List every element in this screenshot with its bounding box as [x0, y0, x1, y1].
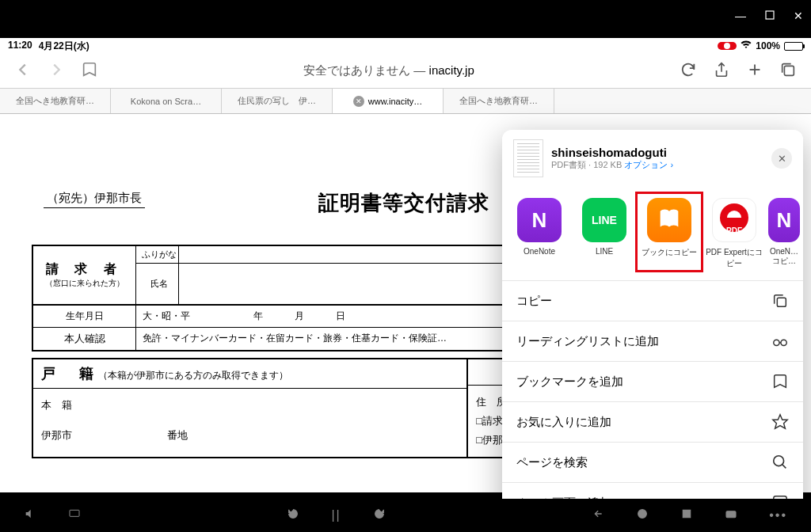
close-button[interactable]: ✕ — [794, 10, 803, 22]
id-check-label: 本人確認 — [33, 328, 136, 350]
share-app-onenote2[interactable]: NOneN…コピ… — [768, 198, 800, 269]
url-domain: inacity.jp — [429, 63, 474, 77]
search-icon — [771, 454, 789, 471]
line-icon: LINE — [582, 198, 626, 242]
tab-0[interactable]: 全国へき地教育研… — [0, 89, 111, 113]
city-label: 伊那市 — [41, 428, 72, 443]
svg-point-7 — [774, 340, 779, 345]
book-icon — [771, 373, 789, 390]
url-security-label: 安全ではありません — — [303, 63, 428, 77]
svg-rect-6 — [777, 298, 786, 306]
share-header: shinseishomadoguti PDF書類 · 192 KB オプション … — [502, 130, 803, 187]
glasses-icon — [771, 332, 789, 350]
share-options-link[interactable]: オプション › — [624, 160, 673, 169]
svg-rect-0 — [766, 11, 774, 19]
share-app-pdfexpert[interactable]: PDFPDF Expertにコピー — [703, 198, 765, 269]
koseki-title: 戸 籍 — [41, 366, 98, 382]
device-screen: 11:20 4月22日(水) 100% 安全ではありません — inacity.… — [0, 38, 811, 492]
honseki-label: 本 籍 — [41, 398, 459, 412]
copy-icon — [771, 292, 789, 310]
svg-marker-10 — [773, 415, 787, 428]
name-label: 氏名 — [139, 264, 179, 304]
reload-button[interactable] — [680, 61, 697, 82]
books-icon — [647, 198, 691, 242]
share-fileinfo: PDF書類 · 192 KB オプション › — [551, 159, 673, 171]
svg-point-8 — [781, 340, 786, 345]
action-reading-list[interactable]: リーディングリストに追加 — [502, 321, 803, 362]
screen-icon[interactable] — [68, 507, 81, 523]
action-copy[interactable]: コピー — [502, 281, 803, 321]
share-app-books[interactable]: ブックにコピー — [638, 198, 700, 269]
svg-point-17 — [638, 510, 647, 519]
rotate-left-icon[interactable] — [287, 507, 299, 523]
onenote-icon: N — [768, 198, 800, 242]
camera-icon[interactable] — [725, 507, 737, 523]
koseki-note: （本籍が伊那市にある方のみ取得できます） — [98, 370, 288, 381]
svg-rect-18 — [683, 510, 691, 517]
share-filename: shinseishomadoguti — [551, 146, 673, 159]
requester-label: 請 求 者 — [46, 261, 123, 278]
rotate-right-icon[interactable] — [373, 507, 386, 523]
tabs-button[interactable] — [779, 61, 797, 82]
status-date: 4月22日(水) — [39, 40, 89, 53]
svg-rect-3 — [784, 66, 794, 75]
back-button[interactable] — [14, 61, 32, 82]
minimize-button[interactable]: — — [735, 10, 746, 22]
safari-toolbar: 安全ではありません — inacity.jp — [0, 54, 811, 89]
share-button[interactable] — [713, 61, 730, 82]
pdfexpert-icon: PDF — [712, 198, 756, 242]
dob-label: 生年月日 — [33, 306, 136, 327]
action-find[interactable]: ページを検索 — [502, 443, 803, 483]
bookmarks-button[interactable] — [81, 61, 98, 82]
svg-point-11 — [774, 456, 784, 466]
svg-rect-16 — [70, 510, 79, 516]
new-tab-button[interactable] — [746, 61, 763, 82]
furigana-label: ふりがな — [139, 246, 179, 263]
battery-percent: 100% — [756, 40, 780, 51]
tab-bar: 全国へき地教育研… Kokona on Scra… 住民票の写し 伊… ✕www… — [0, 89, 811, 114]
more-icon[interactable]: ••• — [769, 508, 787, 522]
tab-3-active[interactable]: ✕www.inacity… — [333, 89, 444, 113]
simulator-titlebar: — ✕ — [0, 0, 811, 32]
tab-4[interactable]: 全国へき地教育研… — [444, 89, 554, 113]
status-time: 11:20 — [8, 40, 32, 53]
action-bookmark[interactable]: ブックマークを追加 — [502, 362, 803, 402]
tab-2[interactable]: 住民票の写し 伊… — [222, 89, 333, 113]
file-thumbnail-icon — [513, 139, 543, 177]
banchi-label: 番地 — [167, 428, 188, 443]
home-icon[interactable] — [636, 507, 649, 523]
tab-close-icon[interactable]: ✕ — [353, 96, 364, 107]
recording-indicator — [718, 42, 737, 50]
share-app-onenote[interactable]: NOneNote — [508, 198, 570, 269]
doc-addressee: （宛先）伊那市長 — [44, 189, 145, 208]
share-sheet: shinseishomadoguti PDF書類 · 192 KB オプション … — [502, 130, 803, 523]
star-icon — [771, 413, 789, 431]
onenote-icon: N — [517, 198, 562, 242]
share-action-list: コピー リーディングリストに追加 ブックマークを追加 お気に入りに追加 ページを… — [502, 281, 803, 523]
wifi-icon — [741, 40, 752, 51]
battery-icon — [784, 42, 803, 51]
maximize-button[interactable] — [765, 10, 775, 22]
share-close-button[interactable]: ✕ — [771, 148, 792, 169]
svg-text:PDF: PDF — [726, 226, 742, 235]
volume-icon[interactable] — [24, 507, 36, 523]
url-bar[interactable]: 安全ではありません — inacity.jp — [114, 63, 664, 78]
action-favorite[interactable]: お気に入りに追加 — [502, 402, 803, 443]
share-app-line[interactable]: LINELINE — [573, 198, 635, 269]
simulator-bottom-bar: || ••• — [0, 499, 811, 532]
forward-button[interactable] — [48, 61, 65, 82]
recent-icon[interactable] — [680, 507, 693, 523]
svg-point-20 — [729, 513, 733, 516]
share-app-row: NOneNote LINELINE ブックにコピー PDFPDF Expertに… — [502, 187, 803, 281]
ios-status-bar: 11:20 4月22日(水) 100% — [0, 38, 811, 54]
pause-icon[interactable]: || — [331, 508, 341, 522]
back-icon[interactable] — [592, 507, 604, 523]
requester-sub: （窓口に来られた方） — [45, 278, 124, 289]
svg-line-12 — [782, 465, 786, 469]
tab-1[interactable]: Kokona on Scra… — [111, 89, 222, 113]
